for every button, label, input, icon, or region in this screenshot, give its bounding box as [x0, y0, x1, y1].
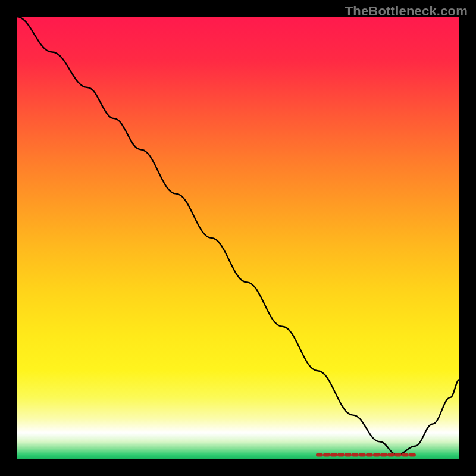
- bottleneck-curve: [17, 17, 459, 455]
- chart-frame: TheBottleneck.com: [0, 0, 476, 476]
- plot-area: [17, 17, 459, 459]
- chart-svg: [17, 17, 459, 459]
